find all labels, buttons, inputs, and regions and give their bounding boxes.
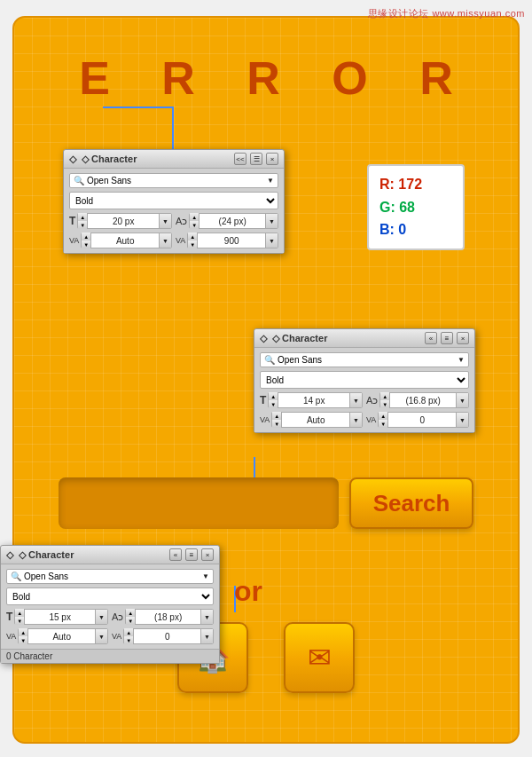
panel1-leading-stepper[interactable]: ▲ ▼ (24 px) ▼ — [189, 213, 278, 229]
panel1-minimize[interactable]: << — [234, 153, 246, 165]
panel3-leading-up[interactable]: ▲ — [126, 609, 135, 617]
panel3-leading-arrows[interactable]: ▲ ▼ — [126, 609, 136, 625]
panel1-titlebar: ◇ ◇ Character << ☰ × — [64, 150, 284, 169]
panel1-font-input[interactable] — [87, 176, 264, 185]
panel1-kerning-arrows[interactable]: ▲ ▼ — [188, 233, 198, 248]
panel3-tracking-dd[interactable]: ▼ — [95, 629, 107, 643]
panel2-kerning-down[interactable]: ▼ — [379, 420, 387, 428]
panel3-size-icon: T — [6, 611, 12, 623]
panel2-kerning-up[interactable]: ▲ — [379, 412, 387, 420]
panel3-font-dropdown[interactable]: ▼ — [202, 572, 209, 580]
panel3-tracking-down[interactable]: ▼ — [19, 636, 27, 644]
panel1-tracking-dd[interactable]: ▼ — [159, 233, 171, 248]
panel2-minimize[interactable]: « — [425, 332, 437, 344]
panel2-kerning-arrows[interactable]: ▲ ▼ — [379, 412, 388, 428]
panel2-size-up[interactable]: ▲ — [269, 392, 278, 400]
panel1-style-select[interactable]: Bold — [69, 192, 278, 209]
character-panel-2: ◇ ◇ Character « ≡ × 🔍 ▼ Bold — [254, 328, 475, 433]
panel2-leading-up[interactable]: ▲ — [380, 392, 389, 400]
panel2-size-dd[interactable]: ▼ — [349, 393, 362, 407]
panel2-controls[interactable]: « ≡ × — [425, 332, 469, 344]
panel3-leading-value: (18 px) — [136, 612, 200, 622]
panel1-tracking-up[interactable]: ▲ — [82, 233, 90, 241]
panel2-tracking-dd[interactable]: ▼ — [349, 413, 362, 427]
panel2-tracking-up[interactable]: ▲ — [272, 412, 281, 420]
panel3-font-search-row[interactable]: 🔍 ▼ — [6, 569, 214, 584]
panel3-tracking-arrows[interactable]: ▲ ▼ — [19, 628, 28, 644]
panel3-kerning-down[interactable]: ▼ — [124, 636, 133, 644]
panel3-size-stepper[interactable]: ▲ ▼ 15 px ▼ — [14, 609, 108, 625]
panel2-font-search-row[interactable]: 🔍 ▼ — [260, 352, 469, 367]
panel3-size-down[interactable]: ▼ — [15, 617, 24, 625]
panel3-size-value: 15 px — [25, 612, 95, 622]
panel1-size-down[interactable]: ▼ — [78, 221, 87, 229]
search-button[interactable]: Search — [349, 477, 473, 529]
panel3-close[interactable]: × — [201, 548, 214, 561]
panel3-size-up[interactable]: ▲ — [15, 609, 24, 617]
panel2-size-down[interactable]: ▼ — [269, 400, 278, 408]
panel2-size-group: T ▲ ▼ 14 px ▼ — [260, 392, 363, 408]
panel2-size-stepper[interactable]: ▲ ▼ 14 px ▼ — [268, 392, 363, 408]
panel1-kerning-up[interactable]: ▲ — [188, 233, 197, 241]
panel1-leading-dd[interactable]: ▼ — [265, 214, 278, 228]
panel2-kerning-dd[interactable]: ▼ — [456, 413, 468, 427]
panel2-leading-dd[interactable]: ▼ — [456, 393, 468, 407]
panel3-kerning-icon: VA — [112, 632, 121, 641]
color-info-box: R: 172 G: 68 B: 0 — [367, 164, 465, 250]
panel3-size-arrows[interactable]: ▲ ▼ — [15, 609, 25, 625]
diamond-icon-3: ◇ — [6, 549, 13, 561]
panel3-tracking-up[interactable]: ▲ — [19, 628, 27, 636]
panel3-kerning-arrows[interactable]: ▲ ▼ — [124, 628, 134, 644]
panel1-close[interactable]: × — [266, 153, 278, 165]
panel2-style-select[interactable]: Bold — [260, 371, 469, 389]
panel2-font-dropdown[interactable]: ▼ — [458, 356, 465, 364]
panel2-tracking-icon: VA — [260, 415, 270, 424]
panel1-size-arrows[interactable]: ▲ ▼ — [78, 213, 88, 229]
panel1-size-stepper[interactable]: ▲ ▼ 20 px ▼ — [77, 213, 172, 229]
panel1-leading-up[interactable]: ▲ — [190, 213, 199, 221]
panel2-font-input[interactable] — [278, 355, 455, 365]
panel3-tracking-stepper[interactable]: ▲ ▼ Auto ▼ — [18, 628, 108, 644]
panel1-leading-arrows[interactable]: ▲ ▼ — [190, 213, 200, 229]
panel2-tracking-stepper[interactable]: ▲ ▼ Auto ▼ — [271, 412, 363, 428]
panel3-size-dd[interactable]: ▼ — [95, 610, 107, 624]
panel3-minimize[interactable]: « — [169, 548, 182, 561]
panel1-kerning-stepper[interactable]: ▲ ▼ 900 ▼ — [187, 233, 278, 248]
panel3-controls[interactable]: « ≡ × — [169, 548, 214, 561]
panel3-leading-down[interactable]: ▼ — [126, 617, 135, 625]
mail-button[interactable]: ✉ — [284, 622, 355, 693]
panel2-leading-down[interactable]: ▼ — [380, 400, 389, 408]
panel1-leading-icon: Aↄ — [176, 216, 187, 227]
panel1-size-dd[interactable]: ▼ — [159, 214, 171, 228]
panel1-tracking-arrows[interactable]: ▲ ▼ — [82, 233, 91, 248]
panel2-tracking-down[interactable]: ▼ — [272, 420, 281, 428]
panel1-menu[interactable]: ☰ — [250, 153, 262, 165]
panel2-kerning-stepper[interactable]: ▲ ▼ 0 ▼ — [378, 412, 469, 428]
panel2-tracking-arrows[interactable]: ▲ ▼ — [272, 412, 282, 428]
search-input-box[interactable] — [59, 477, 339, 529]
panel1-kerning-down[interactable]: ▼ — [188, 241, 197, 248]
panel1-font-search-row[interactable]: 🔍 ▼ — [69, 173, 278, 188]
panel2-menu[interactable]: ≡ — [441, 332, 453, 344]
panel1-tracking-stepper[interactable]: ▲ ▼ Auto ▼ — [81, 233, 172, 248]
panel1-kerning-dd[interactable]: ▼ — [265, 233, 278, 248]
panel3-kerning-stepper[interactable]: ▲ ▼ 0 ▼ — [123, 628, 214, 644]
panel3-menu[interactable]: ≡ — [185, 548, 198, 561]
panel1-controls[interactable]: << ☰ × — [234, 153, 278, 165]
panel3-style-select[interactable]: Bold — [6, 587, 214, 605]
panel2-leading-stepper[interactable]: ▲ ▼ (16.8 px) ▼ — [379, 392, 469, 408]
panel3-kerning-up[interactable]: ▲ — [124, 628, 133, 636]
panel1-leading-down[interactable]: ▼ — [190, 221, 199, 229]
panel3-leading-stepper[interactable]: ▲ ▼ (18 px) ▼ — [125, 609, 214, 625]
panel2-close[interactable]: × — [457, 332, 469, 344]
panel1-tracking-down[interactable]: ▼ — [82, 241, 90, 248]
panel2-body: 🔍 ▼ Bold T ▲ ▼ 14 px — [254, 348, 474, 432]
panel2-leading-arrows[interactable]: ▲ ▼ — [380, 392, 390, 408]
panel2-size-arrows[interactable]: ▲ ▼ — [269, 392, 278, 408]
panel3-font-input[interactable] — [24, 572, 200, 581]
panel1-font-dropdown[interactable]: ▼ — [267, 177, 274, 185]
panel3-leading-dd[interactable]: ▼ — [200, 610, 213, 624]
panel1-size-up[interactable]: ▲ — [78, 213, 87, 221]
panel3-kerning-dd[interactable]: ▼ — [200, 629, 213, 643]
search-icon-p2: 🔍 — [264, 355, 275, 365]
